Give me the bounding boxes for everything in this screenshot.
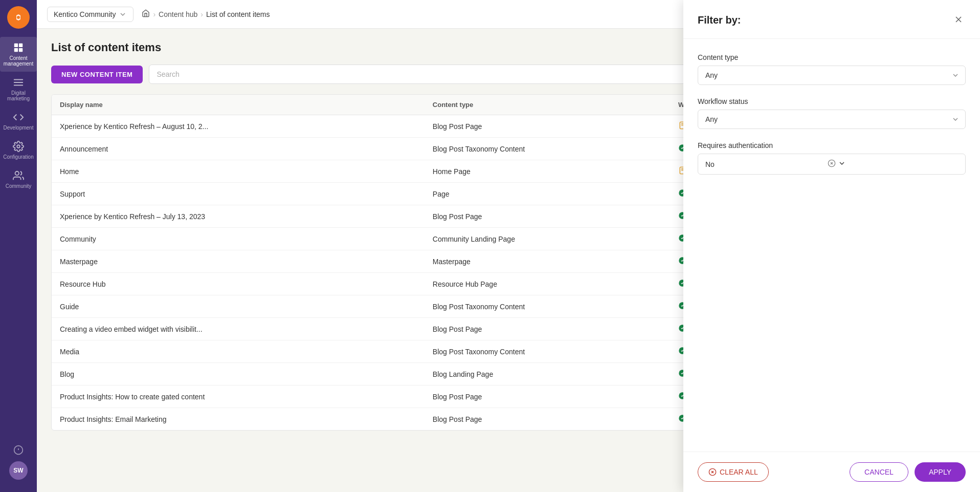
breadcrumb-separator-2: ›	[201, 10, 203, 18]
cell-content-type: Blog Post Page	[425, 318, 670, 340]
cell-display-name: Home	[52, 160, 425, 183]
filter-header: Filter by:	[683, 0, 980, 39]
app-logo[interactable]	[7, 6, 30, 29]
cell-content-type: Blog Post Page	[425, 115, 670, 138]
cancel-button[interactable]: CANCEL	[850, 462, 908, 482]
sidebar-item-label: Development	[4, 125, 34, 131]
svg-point-7	[15, 172, 19, 175]
cell-content-type: Community Landing Page	[425, 228, 670, 250]
sidebar-item-label: Community	[6, 183, 32, 189]
filter-footer-actions: CANCEL APPLY	[850, 462, 966, 482]
sidebar-item-content-management[interactable]: Content management	[0, 37, 37, 72]
filter-footer: CLEAR ALL CANCEL APPLY	[683, 452, 980, 492]
sidebar-item-label: Configuration	[3, 154, 33, 160]
filter-authentication-section: Requires authentication No	[698, 141, 966, 175]
filter-content-type-section: Content type Any Blog Post Page Blog Pos…	[698, 53, 966, 85]
authentication-label: Requires authentication	[698, 141, 966, 149]
svg-rect-5	[19, 48, 23, 52]
authentication-chevron	[838, 159, 958, 169]
cell-content-type: Blog Post Taxonomy Content	[425, 138, 670, 160]
svg-rect-4	[14, 48, 18, 52]
sidebar-item-configuration[interactable]: Configuration	[0, 136, 37, 165]
cell-display-name: Media	[52, 340, 425, 363]
breadcrumb-current: List of content items	[206, 10, 270, 18]
cell-display-name: Xperience by Kentico Refresh – July 13, …	[52, 205, 425, 228]
sidebar-bottom: SW	[9, 445, 28, 486]
cell-content-type: Masterpage	[425, 250, 670, 273]
workflow-status-select-wrapper: Any Draft Published	[698, 110, 966, 129]
cell-display-name: Announcement	[52, 138, 425, 160]
content-type-select[interactable]: Any Blog Post Page Blog Post Taxonomy Co…	[698, 66, 966, 85]
filter-title: Filter by:	[698, 14, 741, 26]
breadcrumb: › Content hub › List of content items	[142, 9, 270, 19]
filter-body: Content type Any Blog Post Page Blog Pos…	[683, 39, 980, 452]
cell-display-name: Creating a video embed widget with visib…	[52, 318, 425, 340]
sidebar: Content management Digital marketing Dev…	[0, 0, 37, 492]
breadcrumb-separator: ›	[153, 10, 155, 18]
sidebar-item-label: Digital marketing	[2, 90, 35, 101]
cell-display-name: Community	[52, 228, 425, 250]
workspace-label: Kentico Community	[54, 10, 116, 18]
authentication-value: No	[705, 160, 826, 168]
workflow-status-select[interactable]: Any Draft Published	[698, 110, 966, 129]
new-content-item-button[interactable]: NEW CONTENT ITEM	[51, 66, 143, 83]
cell-content-type: Blog Post Page	[425, 408, 670, 431]
cell-display-name: Product Insights: Email Marketing	[52, 408, 425, 431]
cell-content-type: Blog Post Page	[425, 205, 670, 228]
info-icon[interactable]	[13, 445, 24, 457]
cell-display-name: Resource Hub	[52, 273, 425, 295]
cell-display-name: Product Insights: How to create gated co…	[52, 386, 425, 408]
cell-display-name: Masterpage	[52, 250, 425, 273]
svg-point-1	[17, 16, 20, 19]
user-avatar[interactable]: SW	[9, 461, 28, 480]
sidebar-item-community[interactable]: Community	[0, 165, 37, 194]
authentication-clear-button[interactable]	[826, 159, 838, 169]
cell-display-name: Guide	[52, 295, 425, 318]
cell-content-type: Resource Hub Page	[425, 273, 670, 295]
clear-all-button[interactable]: CLEAR ALL	[698, 462, 769, 482]
authentication-select-wrapper: No	[698, 154, 966, 175]
svg-rect-2	[14, 44, 18, 47]
content-type-select-wrapper: Any Blog Post Page Blog Post Taxonomy Co…	[698, 66, 966, 85]
cell-display-name: Support	[52, 183, 425, 205]
workflow-status-label: Workflow status	[698, 97, 966, 105]
sidebar-item-development[interactable]: Development	[0, 106, 37, 136]
svg-point-6	[17, 145, 20, 148]
workspace-dropdown[interactable]: Kentico Community	[47, 7, 133, 22]
sidebar-item-digital-marketing[interactable]: Digital marketing	[0, 72, 37, 106]
cell-content-type: Blog Post Taxonomy Content	[425, 340, 670, 363]
svg-rect-3	[19, 44, 23, 47]
filter-panel: Filter by: Content type Any Blog Post Pa…	[683, 0, 980, 492]
col-content-type: Content type	[425, 95, 670, 115]
cell-content-type: Blog Post Page	[425, 386, 670, 408]
breadcrumb-home-icon[interactable]	[142, 9, 150, 19]
cell-content-type: Blog Landing Page	[425, 363, 670, 386]
col-display-name: Display name	[52, 95, 425, 115]
cell-display-name: Blog	[52, 363, 425, 386]
filter-workflow-status-section: Workflow status Any Draft Published	[698, 97, 966, 129]
cell-display-name: Xperience by Kentico Refresh – August 10…	[52, 115, 425, 138]
sidebar-item-label: Content management	[2, 55, 35, 67]
breadcrumb-content-hub[interactable]: Content hub	[159, 10, 197, 18]
cell-content-type: Blog Post Taxonomy Content	[425, 295, 670, 318]
cell-content-type: Home Page	[425, 160, 670, 183]
filter-close-button[interactable]	[951, 12, 966, 28]
apply-button[interactable]: APPLY	[915, 462, 966, 482]
cell-content-type: Page	[425, 183, 670, 205]
content-type-label: Content type	[698, 53, 966, 61]
